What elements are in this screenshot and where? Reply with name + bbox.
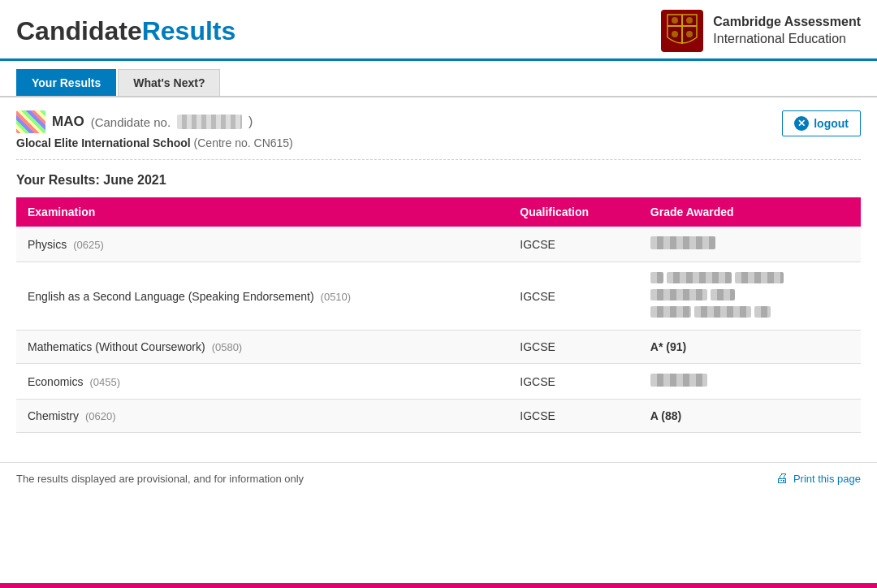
main-content: MAO (Candidate no. ) Glocal Elite Intern… [0, 97, 877, 459]
exam-name: Chemistry [28, 409, 79, 422]
results-section-title: Your Results: June 2021 [16, 173, 861, 188]
logo-candidate-text: Candidate [16, 16, 142, 45]
exam-cell: Chemistry(0620) [16, 400, 508, 433]
qualification-cell: IGCSE [508, 331, 638, 364]
centre-no: (Centre no. CN615) [194, 136, 293, 149]
exam-cell: Mathematics (Without Coursework)(0580) [16, 331, 508, 364]
candidate-bar: MAO (Candidate no. ) Glocal Elite Intern… [16, 110, 861, 160]
svg-point-6 [672, 31, 678, 37]
grade-cell [639, 364, 861, 400]
logout-label: logout [814, 117, 849, 130]
table-row: Mathematics (Without Coursework)(0580)IG… [16, 331, 861, 364]
grade-blurred [650, 374, 707, 387]
disclaimer-text: The results displayed are provisional, a… [16, 473, 304, 485]
exam-code: (0625) [73, 239, 104, 251]
grade-blurred-8 [754, 306, 771, 318]
grade-cell [639, 262, 861, 331]
table-row: Chemistry(0620)IGCSEA (88) [16, 400, 861, 433]
exam-name: Economics [28, 375, 83, 388]
exam-code: (0510) [321, 291, 352, 303]
header: CandidateResults Cambridge Assessment In… [0, 0, 877, 61]
candidate-number-blurred [177, 115, 242, 129]
cambridge-shield-icon [661, 10, 703, 52]
grade-blurred-5 [711, 289, 735, 300]
table-row: Physics(0625)IGCSE [16, 227, 861, 262]
exam-name: Physics [28, 238, 67, 251]
grade-blurred-7 [694, 306, 751, 318]
school-row: Glocal Elite International School (Centr… [16, 136, 293, 149]
tab-your-results[interactable]: Your Results [16, 69, 116, 96]
grade-blurred-4 [650, 289, 707, 300]
candidate-name: MAO [52, 114, 84, 130]
grade-cell [639, 227, 861, 262]
qualification-cell: IGCSE [508, 227, 638, 262]
grade-blurred-3 [735, 272, 784, 283]
logo-results-text: Results [142, 16, 236, 45]
grade-blurred-multi [650, 272, 849, 320]
table-header-row: Examination Qualification Grade Awarded [16, 197, 861, 227]
qualification-cell: IGCSE [508, 400, 638, 433]
col-qualification: Qualification [508, 197, 638, 227]
table-row: Economics(0455)IGCSE [16, 364, 861, 400]
cambridge-branding: Cambridge Assessment International Educa… [661, 10, 861, 52]
grade-value: A* (91) [650, 340, 686, 353]
exam-cell: Economics(0455) [16, 364, 508, 400]
candidate-avatar [16, 110, 45, 133]
cambridge-line1: Cambridge Assessment [713, 14, 861, 31]
print-link[interactable]: 🖨 Print this page [775, 471, 861, 486]
grade-blurred-6 [650, 306, 691, 318]
footer: The results displayed are provisional, a… [0, 462, 877, 494]
exam-code: (0620) [85, 410, 116, 422]
bottom-bar [0, 583, 877, 588]
col-grade: Grade Awarded [639, 197, 861, 227]
svg-point-5 [686, 17, 693, 24]
logout-button[interactable]: ✕ logout [782, 110, 861, 136]
logo: CandidateResults [16, 16, 235, 46]
print-icon: 🖨 [775, 471, 788, 486]
grade-blurred-2 [667, 272, 732, 283]
exam-name: Mathematics (Without Coursework) [28, 340, 205, 353]
col-examination: Examination [16, 197, 508, 227]
exam-code: (0580) [212, 341, 243, 353]
svg-point-4 [672, 17, 678, 24]
cambridge-name: Cambridge Assessment International Educa… [713, 14, 861, 48]
grade-blurred [650, 236, 715, 249]
qualification-cell: IGCSE [508, 262, 638, 331]
exam-cell: English as a Second Language (Speaking E… [16, 262, 508, 331]
cambridge-line2: International Education [713, 31, 861, 48]
svg-point-7 [686, 31, 693, 37]
exam-cell: Physics(0625) [16, 227, 508, 262]
tabs-bar: Your Results What's Next? [0, 61, 877, 97]
school-name: Glocal Elite International School [16, 136, 191, 149]
grade-cell: A* (91) [639, 331, 861, 364]
grade-cell: A (88) [639, 400, 861, 433]
candidate-no-label: (Candidate no. [91, 115, 171, 129]
exam-code: (0455) [89, 376, 120, 388]
qualification-cell: IGCSE [508, 364, 638, 400]
results-table: Examination Qualification Grade Awarded … [16, 197, 861, 433]
print-label: Print this page [793, 473, 861, 485]
candidate-info: MAO (Candidate no. ) Glocal Elite Intern… [16, 110, 293, 149]
exam-name: English as a Second Language (Speaking E… [28, 290, 314, 303]
candidate-name-row: MAO (Candidate no. ) [16, 110, 293, 133]
grade-value: A (88) [650, 409, 681, 422]
grade-blurred-1 [650, 272, 663, 283]
table-row: English as a Second Language (Speaking E… [16, 262, 861, 331]
tab-whats-next[interactable]: What's Next? [118, 69, 220, 96]
logout-icon: ✕ [794, 116, 809, 131]
